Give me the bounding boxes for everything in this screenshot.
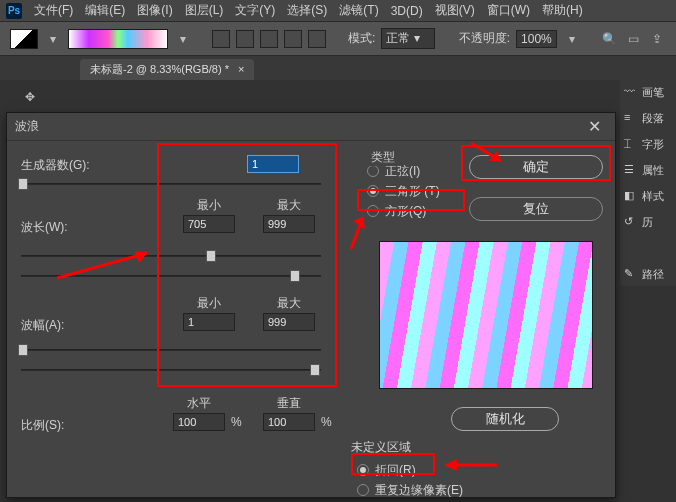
ok-button[interactable]: 确定 <box>469 155 603 179</box>
wavelength-min-label: 最小 <box>183 197 235 214</box>
panel-paragraph[interactable]: ≡段落 <box>620 106 676 130</box>
mode-label: 模式: <box>348 30 375 47</box>
type-option-square[interactable]: 方形(Q) <box>359 201 467 221</box>
opacity-label: 不透明度: <box>459 30 510 47</box>
menu-edit[interactable]: 编辑(E) <box>79 0 131 21</box>
scale-v-label: 垂直 <box>263 395 315 412</box>
generator-slider-thumb[interactable] <box>18 178 28 190</box>
close-icon[interactable]: ✕ <box>582 117 607 136</box>
scale-h-input[interactable] <box>173 413 225 431</box>
search-icon[interactable]: 🔍 <box>600 30 618 48</box>
gradient-reflect-icon[interactable] <box>284 30 302 48</box>
wavelength-max-input[interactable] <box>263 215 315 233</box>
foreground-swatch[interactable] <box>10 29 38 49</box>
radio-icon <box>367 165 379 177</box>
chevron-down-icon: ▾ <box>414 31 420 45</box>
wavelength-label: 波长(W): <box>21 219 68 236</box>
share-icon[interactable]: ⇪ <box>648 30 666 48</box>
wave-dialog: 波浪 ✕ 生成器数(G): 最小 最大 波长(W): 最小 最大 波幅(A): … <box>6 112 616 498</box>
amplitude-max-thumb[interactable] <box>310 364 320 376</box>
close-icon[interactable]: × <box>238 63 244 75</box>
type-legend: 类型 <box>369 149 397 166</box>
panel-history[interactable]: ↺历 <box>620 210 676 234</box>
undef-option-wrap[interactable]: 折回(R) <box>351 460 463 480</box>
amplitude-min-label: 最小 <box>183 295 235 312</box>
wavelength-slider-track-2[interactable] <box>21 275 321 277</box>
chevron-down-icon[interactable]: ▾ <box>174 30 192 48</box>
undef-option-repeat[interactable]: 重复边缘像素(E) <box>351 480 463 500</box>
gradient-linear-icon[interactable] <box>212 30 230 48</box>
amplitude-max-input[interactable] <box>263 313 315 331</box>
annotation-arrow <box>57 243 157 283</box>
randomize-button[interactable]: 随机化 <box>451 407 559 431</box>
glyphs-icon: ⌶ <box>624 137 638 151</box>
brush-icon: 〰 <box>624 85 638 99</box>
gradient-sample[interactable] <box>68 29 168 49</box>
menu-image[interactable]: 图像(I) <box>131 0 178 21</box>
menu-help[interactable]: 帮助(H) <box>536 0 589 21</box>
menu-layer[interactable]: 图层(L) <box>179 0 230 21</box>
panel-blank <box>620 236 676 260</box>
move-tool-icon[interactable]: ✥ <box>17 84 43 110</box>
panel-brush[interactable]: 〰画笔 <box>620 80 676 104</box>
chevron-down-icon[interactable]: ▾ <box>563 30 581 48</box>
amplitude-max-label: 最大 <box>263 295 315 312</box>
radio-icon <box>367 205 379 217</box>
percent-label: % <box>231 415 242 429</box>
menu-3d[interactable]: 3D(D) <box>385 2 429 20</box>
scale-h-label: 水平 <box>173 395 225 412</box>
radio-icon <box>357 464 369 476</box>
mode-select[interactable]: 正常 ▾ <box>381 28 434 49</box>
gradient-radial-icon[interactable] <box>236 30 254 48</box>
menu-file[interactable]: 文件(F) <box>28 0 79 21</box>
panel-properties[interactable]: ☰属性 <box>620 158 676 182</box>
menubar: Ps 文件(F) 编辑(E) 图像(I) 图层(L) 文字(Y) 选择(S) 滤… <box>0 0 676 22</box>
paths-icon: ✎ <box>624 267 638 281</box>
generator-input[interactable] <box>247 155 299 173</box>
chevron-down-icon[interactable]: ▾ <box>44 30 62 48</box>
panel-styles[interactable]: ◧样式 <box>620 184 676 208</box>
reset-button[interactable]: 复位 <box>469 197 603 221</box>
radio-icon <box>357 484 369 496</box>
gradient-diamond-icon[interactable] <box>308 30 326 48</box>
opacity-input[interactable]: 100% <box>516 30 557 48</box>
undefined-area-group: 未定义区域 折回(R) 重复边缘像素(E) <box>351 439 463 500</box>
percent-label-2: % <box>321 415 332 429</box>
menu-type[interactable]: 文字(Y) <box>229 0 281 21</box>
amplitude-slider-track-2[interactable] <box>21 369 321 371</box>
amplitude-slider-track[interactable] <box>21 349 321 351</box>
panel-paths[interactable]: ✎路径 <box>620 262 676 286</box>
gradient-angle-icon[interactable] <box>260 30 278 48</box>
generator-label: 生成器数(G): <box>21 157 90 174</box>
generator-slider-track[interactable] <box>21 183 321 185</box>
panels-dock: 〰画笔 ≡段落 ⌶字形 ☰属性 ◧样式 ↺历 ✎路径 <box>620 80 676 286</box>
wavelength-max-label: 最大 <box>263 197 315 214</box>
radio-icon <box>367 185 379 197</box>
frame-icon[interactable]: ▭ <box>624 30 642 48</box>
history-icon: ↺ <box>624 215 638 229</box>
properties-icon: ☰ <box>624 163 638 177</box>
type-option-triangle[interactable]: 三角形 (T) <box>359 181 467 201</box>
panel-glyphs[interactable]: ⌶字形 <box>620 132 676 156</box>
wavelength-max-thumb[interactable] <box>290 270 300 282</box>
dialog-title: 波浪 <box>15 118 39 135</box>
options-bar: ▾ ▾ 模式: 正常 ▾ 不透明度: 100% ▾ 🔍 ▭ ⇪ <box>0 22 676 56</box>
menu-view[interactable]: 视图(V) <box>429 0 481 21</box>
paragraph-icon: ≡ <box>624 111 638 125</box>
menu-window[interactable]: 窗口(W) <box>481 0 536 21</box>
type-group: 类型 正弦(I) 三角形 (T) 方形(Q) <box>359 151 467 221</box>
amplitude-min-input[interactable] <box>183 313 235 331</box>
document-tab[interactable]: 未标题-2 @ 8.33%(RGB/8) * × <box>80 59 254 80</box>
menu-filter[interactable]: 滤镜(T) <box>333 0 384 21</box>
svg-line-2 <box>351 217 363 249</box>
scale-v-input[interactable] <box>263 413 315 431</box>
wavelength-slider-track[interactable] <box>21 255 321 257</box>
menu-select[interactable]: 选择(S) <box>281 0 333 21</box>
undef-legend: 未定义区域 <box>351 440 411 454</box>
svg-marker-1 <box>135 251 147 263</box>
styles-icon: ◧ <box>624 189 638 203</box>
ps-logo: Ps <box>6 3 22 19</box>
amplitude-min-thumb[interactable] <box>18 344 28 356</box>
wavelength-min-input[interactable] <box>183 215 235 233</box>
wavelength-min-thumb[interactable] <box>206 250 216 262</box>
